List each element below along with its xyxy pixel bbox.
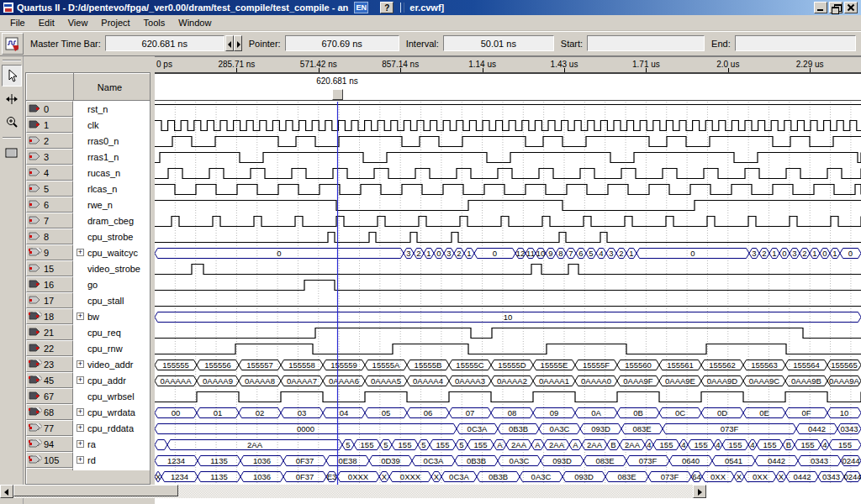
wave-row-cpu_rnw[interactable] (155, 344, 861, 354)
signal-name-cell[interactable]: go (73, 276, 150, 292)
toolbar-grip[interactable] (400, 3, 404, 13)
signal-row-rlcas_n[interactable]: 5rlcas_n (26, 181, 150, 197)
signal-row-rwe_n[interactable]: 6rwe_n (26, 197, 150, 213)
signal-row-cpu_addr[interactable]: 45+cpu_addr (26, 372, 150, 388)
signal-name-cell[interactable]: +cpu_addr (73, 372, 150, 388)
wave-row-ra[interactable]: 2AA5155515551555155A2AAA2AAA2AAB2AA41554… (155, 440, 861, 450)
signal-row-rst_n[interactable]: 0rst_n (26, 101, 150, 117)
signal-id-cell[interactable]: 9 (26, 244, 73, 260)
signal-name-cell[interactable]: cpu_strobe (73, 228, 150, 244)
wave-row-cpu_wrbsel[interactable] (155, 392, 861, 402)
signal-id-cell[interactable]: 6 (26, 197, 73, 213)
signal-id-cell[interactable]: 0 (26, 101, 73, 117)
master-time-bar-handle[interactable] (332, 89, 343, 100)
signal-row-cpu_wrbsel[interactable]: 67cpu_wrbsel (26, 388, 150, 404)
scroll-right-button[interactable] (693, 485, 706, 498)
signal-id-cell[interactable]: 17 (26, 292, 73, 308)
signal-id-cell[interactable]: 21 (26, 324, 73, 340)
signal-name-cell[interactable]: rlcas_n (73, 181, 150, 197)
wave-row-cpu_req[interactable] (155, 328, 861, 339)
signal-id-cell[interactable]: 77 (26, 420, 73, 436)
wave-row-rras1_n[interactable] (155, 153, 861, 163)
signal-row-rras1_n[interactable]: 3rras1_n (26, 149, 150, 165)
signal-name-cell[interactable]: rucas_n (73, 165, 150, 181)
start-value[interactable] (587, 35, 705, 51)
wave-row-video_addr[interactable]: 15555515555615555715555815555915555A1555… (155, 360, 861, 370)
signal-id-cell[interactable]: 1 (26, 117, 73, 133)
signal-name-cell[interactable]: +bw (73, 308, 150, 324)
signal-id-cell[interactable]: 3 (26, 149, 73, 165)
signal-name-cell[interactable]: rwe_n (73, 197, 150, 213)
wave-row-bw[interactable]: 10 (155, 312, 861, 323)
signal-row-video_strobe[interactable]: 15video_strobe (26, 260, 150, 276)
signal-id-cell[interactable]: 5 (26, 181, 73, 197)
app-icon[interactable] (3, 2, 14, 13)
selection-tool-button[interactable] (2, 65, 22, 87)
signal-row-clk[interactable]: 1clk (26, 117, 150, 133)
wave-canvas[interactable]: 0321032101211109876543210321032101010155… (155, 102, 861, 485)
menu-project[interactable]: Project (94, 16, 136, 29)
signal-name-cell[interactable]: dram_cbeg (73, 213, 150, 228)
signal-row-cpu_rddata[interactable]: 77+cpu_rddata (26, 420, 150, 436)
signal-name-cell[interactable]: cpu_stall (73, 292, 150, 308)
wave-row-cpu_waitcyc[interactable]: 03210321012111098765432103210321010 (155, 249, 861, 259)
signal-name-cell[interactable]: +rd (73, 452, 150, 468)
signal-id-cell[interactable]: 16 (26, 276, 73, 292)
signal-row-bw[interactable]: 18+bw (26, 308, 150, 324)
signal-name-cell[interactable]: cpu_rnw (73, 340, 150, 356)
signal-id-cell[interactable]: 8 (26, 228, 73, 244)
signal-id-cell[interactable]: 15 (26, 260, 73, 276)
help-icon[interactable]: ? (380, 2, 394, 13)
signal-row-go[interactable]: 16go (26, 276, 150, 292)
signal-row-ra[interactable]: 94+ra (26, 436, 150, 452)
signal-row-rucas_n[interactable]: 4rucas_n (26, 165, 150, 181)
menu-edit[interactable]: Edit (32, 16, 61, 29)
signal-row-cpu_stall[interactable]: 17cpu_stall (26, 292, 150, 308)
expand-icon[interactable]: + (77, 456, 84, 464)
scrollbar-thumb[interactable] (13, 485, 178, 496)
wave-row-cpu_addr[interactable]: 0AAAAA0AAAA90AAAA80AAAA70AAAA60AAAA50AAA… (155, 376, 861, 386)
signal-name-cell[interactable]: +cpu_waitcyc (73, 244, 150, 260)
expand-icon[interactable]: + (77, 440, 84, 448)
wave-row-rwe_n[interactable] (155, 201, 861, 211)
expand-icon[interactable]: + (77, 408, 84, 416)
minimize-button[interactable] (814, 2, 827, 13)
scroll-left-button[interactable] (0, 485, 13, 498)
signal-row-cpu_req[interactable]: 21cpu_req (26, 324, 150, 340)
time-step-left-button[interactable] (225, 35, 234, 51)
signal-name-cell[interactable]: clk (73, 117, 150, 133)
wave-row-rd~result[interactable]: X1234113510360F37E30XXXX0XXXX0C3A0B3B0A3… (155, 472, 861, 482)
master-time-bar-value[interactable]: 620.681 ns (105, 35, 224, 51)
signal-id-cell[interactable]: 2 (26, 133, 73, 149)
menu-file[interactable]: File (3, 16, 32, 29)
signal-id-cell[interactable]: 7 (26, 213, 73, 228)
menu-tools[interactable]: Tools (137, 16, 172, 29)
signal-row-rras0_n[interactable]: 2rras0_n (26, 133, 150, 149)
signal-row-cpu_waitcyc[interactable]: 9+cpu_waitcyc (26, 244, 150, 260)
signal-id-cell[interactable]: 4 (26, 165, 73, 181)
language-indicator[interactable]: EN (354, 2, 368, 13)
signal-name-cell[interactable]: +cpu_rddata (73, 420, 150, 436)
signal-row-dram_cbeg[interactable]: 7dram_cbeg (26, 213, 150, 228)
wave-row-rlcas_n[interactable] (155, 185, 861, 195)
zoom-tool-button[interactable] (2, 112, 22, 134)
expand-icon[interactable]: + (77, 424, 84, 432)
master-time-bar-strip[interactable]: 620.681 ns (155, 76, 861, 101)
signal-name-cell[interactable]: cpu_wrbsel (73, 388, 150, 404)
name-column-header[interactable]: Name (73, 73, 145, 101)
signal-name-cell[interactable]: +cpu_wrdata (73, 404, 150, 420)
signal-id-cell[interactable]: 94 (26, 436, 73, 452)
timeline-ruler[interactable]: 0 ps285.71 ns571.42 ns857.14 ns1.14 us1.… (155, 56, 861, 74)
signal-row-cpu_wrdata[interactable]: 68+cpu_wrdata (26, 404, 150, 420)
wave-row-go[interactable] (155, 281, 861, 291)
wave-row-rd[interactable]: 1234113510360F370E380D390C3A0B3B0A3C093D… (155, 456, 861, 466)
close-button[interactable] (844, 2, 858, 13)
signal-id-cell[interactable]: 105 (26, 452, 73, 468)
signal-id-cell[interactable]: 122 (26, 468, 73, 470)
wave-row-rras0_n[interactable] (155, 137, 861, 147)
waveform-report-button[interactable] (2, 33, 24, 55)
menu-window[interactable]: Window (172, 16, 218, 29)
signal-row-video_addr[interactable]: 23+video_addr (26, 356, 150, 372)
full-screen-tool-button[interactable] (2, 142, 22, 164)
expand-icon[interactable]: + (77, 376, 84, 384)
